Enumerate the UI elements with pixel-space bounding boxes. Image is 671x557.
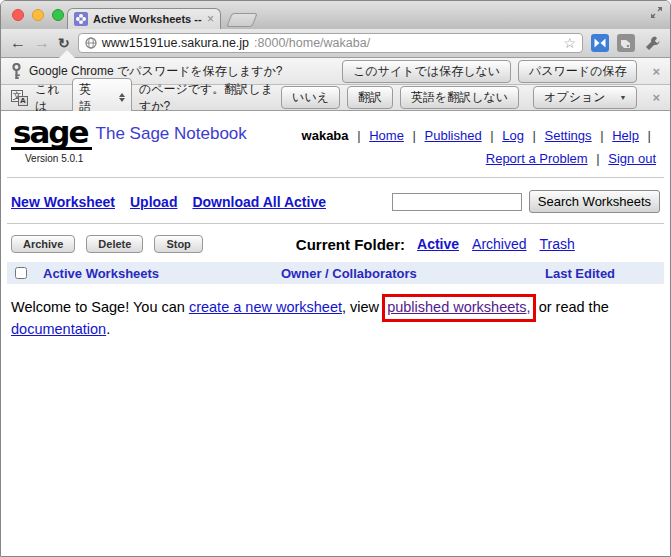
separator: | [490,125,493,148]
password-message: Google Chrome でパスワードを保存しますか? [29,63,283,80]
upload-link[interactable]: Upload [130,194,177,210]
fullscreen-icon[interactable] [650,6,663,19]
folder-active-link[interactable]: Active [417,236,459,252]
stop-button[interactable]: Stop [154,235,202,253]
folder-trash-link[interactable]: Trash [540,236,575,252]
translate-icon: 文 A [11,90,28,106]
translate-bar-close-icon[interactable]: × [652,90,660,105]
wrench-icon[interactable] [643,34,661,52]
reload-icon[interactable]: ↻ [58,36,70,50]
tab-close-icon[interactable]: × [207,13,214,25]
new-worksheet-link[interactable]: New Worksheet [11,194,115,210]
download-all-active-link[interactable]: Download All Active [192,194,326,210]
screen: Active Worksheets -- Sage × ← → ↻ www151… [0,0,671,557]
evernote-extension-icon[interactable] [617,34,635,52]
column-active-worksheets: Active Worksheets [43,266,281,281]
nav-help-link[interactable]: Help [612,128,639,143]
url-domain: www15191ue.sakura.ne.jp [102,36,249,50]
browser-tab[interactable]: Active Worksheets -- Sage × [67,8,221,29]
nav-settings-link[interactable]: Settings [545,128,592,143]
never-translate-button[interactable]: 英語を翻訳しない [400,86,519,109]
welcome-text: or read the [535,299,609,315]
username: wakaba [302,128,349,143]
translate-button[interactable]: 翻訳 [347,86,393,109]
nav-log-link[interactable]: Log [502,128,524,143]
worksheet-actions: New Worksheet Upload Download All Active… [11,190,660,213]
select-stepper-icon [119,93,125,102]
browser-window: Active Worksheets -- Sage × ← → ↻ www151… [0,0,671,557]
url-path: :8000/home/wakaba/ [254,36,370,50]
bookmark-star-icon[interactable]: ☆ [563,36,576,50]
sage-header: sageThe Sage Notebook Version 5.0.1 waka… [11,119,660,171]
search-worksheets-button[interactable]: Search Worksheets [529,190,660,213]
browser-toolbar: ← → ↻ www15191ue.sakura.ne.jp:8000/home/… [1,29,670,58]
delete-button[interactable]: Delete [86,235,143,253]
select-all-checkbox[interactable] [15,267,27,279]
minimize-window-button[interactable] [32,9,44,21]
page-title: The Sage Notebook [96,124,247,143]
translate-infobar: 文 A これは 英語 のページです。翻訳しますか? いいえ 翻訳 英語を翻訳しな… [1,85,670,111]
annotation-red-box: published worksheets, [382,294,535,322]
key-icon [11,63,22,80]
save-password-button[interactable]: パスワードの保存 [518,60,637,83]
report-problem-link[interactable]: Report a Problem [486,151,588,166]
chevron-down-icon: ▼ [619,94,626,101]
translate-question: のページです。翻訳しますか? [139,81,274,115]
translate-options-label: オプション [544,89,605,106]
folder-archived-link[interactable]: Archived [472,236,526,252]
sage-logo: sage [11,119,92,150]
sage-favicon [74,12,88,26]
nav-home-link[interactable]: Home [369,128,404,143]
published-worksheets-link[interactable]: published worksheets [387,299,526,315]
separator: | [596,148,599,171]
language-selected: 英語 [79,81,93,115]
create-new-worksheet-link[interactable]: create a new worksheet [189,299,342,315]
globe-icon [85,37,97,49]
welcome-text: . [106,321,110,337]
separator: | [648,125,651,148]
archive-button[interactable]: Archive [11,235,75,253]
tab-title: Active Worksheets -- Sage [93,13,202,25]
current-folder-label: Current Folder: [296,236,405,253]
welcome-message: Welcome to Sage! You can create a new wo… [11,297,660,341]
address-bar[interactable]: www15191ue.sakura.ne.jp:8000/home/wakaba… [78,33,583,53]
divider [7,177,664,178]
forward-icon[interactable]: → [34,35,50,51]
new-tab-button[interactable] [226,13,258,27]
separator: | [413,125,416,148]
close-window-button[interactable] [12,9,24,21]
nav-published-link[interactable]: Published [425,128,482,143]
welcome-text: , view [342,299,383,315]
zoom-window-button[interactable] [52,9,64,21]
column-owner-collaborators: Owner / Collaborators [281,266,545,281]
search-input[interactable] [392,193,522,211]
welcome-text: Welcome to Sage! You can [11,299,189,315]
password-bar-close-icon[interactable]: × [652,64,660,79]
separator: | [357,125,360,148]
blue-extension-icon[interactable] [591,34,609,52]
translate-no-button[interactable]: いいえ [281,86,340,109]
separator: | [533,125,536,148]
documentation-link[interactable]: documentation [11,321,106,337]
worksheet-table-header: Active Worksheets Owner / Collaborators … [7,262,664,284]
window-controls [12,9,64,21]
titlebar: Active Worksheets -- Sage × [1,1,670,29]
page-content: sageThe Sage Notebook Version 5.0.1 waka… [1,111,670,556]
never-save-password-button[interactable]: このサイトでは保存しない [342,60,511,83]
translate-prefix: これは [35,81,65,115]
divider [7,223,664,224]
folder-bar: Archive Delete Stop Current Folder: Acti… [11,235,660,253]
column-last-edited: Last Edited [545,266,615,281]
translate-options-button[interactable]: オプション ▼ [533,86,637,109]
translate-icon-sub: A [18,96,28,106]
welcome-text: , [527,299,531,315]
sign-out-link[interactable]: Sign out [608,151,656,166]
user-nav: wakaba | Home | Published | Log | Settin… [302,125,656,171]
back-icon[interactable]: ← [10,35,26,51]
separator: | [600,125,603,148]
